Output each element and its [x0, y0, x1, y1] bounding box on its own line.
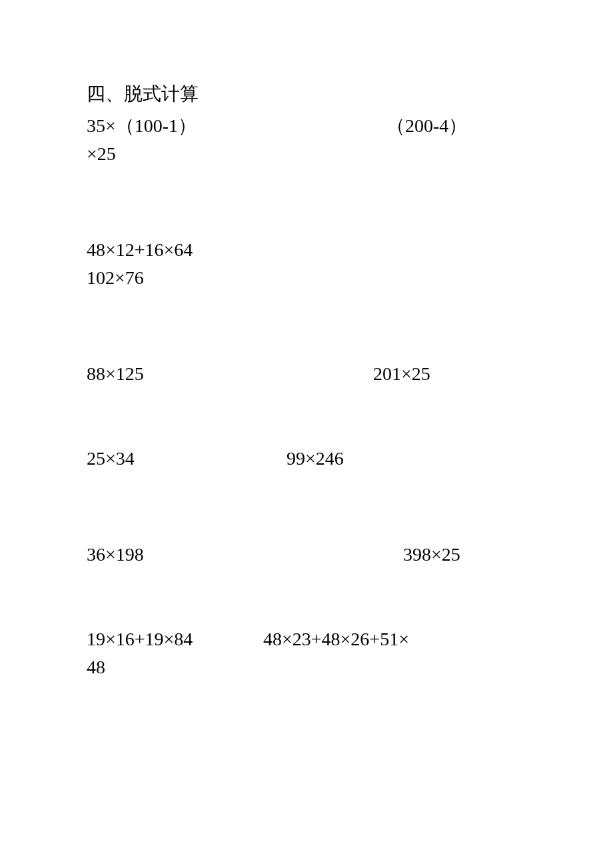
problem-row-2-line2: 102×76	[87, 264, 540, 292]
problem-row-6-line2: 48	[87, 653, 540, 681]
problem-row-1-line1: 35×（100-1） （200-4）	[87, 112, 540, 140]
problem-row-3: 88×125 201×25	[87, 360, 540, 388]
problem-6-left: 19×16+19×84	[87, 625, 263, 653]
problem-row-2-line1: 48×12+16×64	[87, 236, 540, 264]
problem-row-4: 25×34 99×246	[87, 445, 540, 473]
problem-5-right: 398×25	[403, 541, 460, 569]
problem-3-right: 201×25	[373, 360, 430, 388]
problem-row-6-line1: 19×16+19×84 48×23+48×26+51×	[87, 625, 540, 653]
problem-row-5: 36×198 398×25	[87, 541, 540, 569]
problem-3-left: 88×125	[87, 360, 373, 388]
problem-5-left: 36×198	[87, 541, 403, 569]
document-body: 四、脱式计算 35×（100-1） （200-4） ×25 48×12+16×6…	[87, 80, 540, 681]
problem-4-right: 99×246	[287, 445, 344, 473]
problem-1-left: 35×（100-1）	[87, 112, 386, 140]
problem-row-1-line2: ×25	[87, 140, 540, 168]
problem-6-right: 48×23+48×26+51×	[263, 625, 409, 653]
section-heading: 四、脱式计算	[87, 80, 540, 108]
problem-1-right: （200-4）	[386, 112, 467, 140]
problem-4-left: 25×34	[87, 445, 287, 473]
